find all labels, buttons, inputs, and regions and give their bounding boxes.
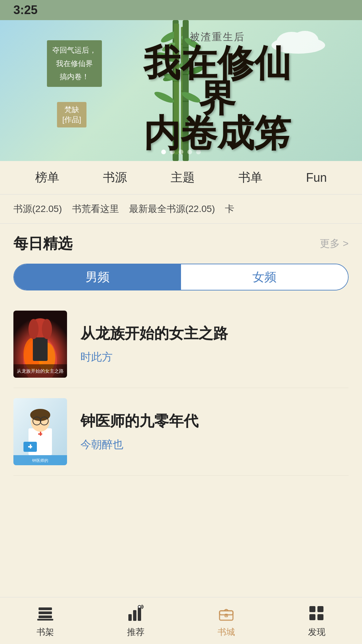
filter-tag-3[interactable]: 卡 — [225, 203, 234, 215]
nav-store-label: 书城 — [218, 626, 235, 638]
grid-icon — [307, 603, 327, 624]
book-info-1: 钟医师的九零年代 今朝醉也 — [80, 411, 349, 452]
svg-rect-58 — [39, 607, 52, 610]
nav-recommend[interactable]: 推荐 — [126, 603, 146, 638]
book-cover-1: 钟医师的 — [13, 398, 67, 465]
book-author-1: 今朝醉也 — [80, 437, 349, 452]
svg-rect-55 — [30, 444, 31, 448]
status-bar: 3:25 — [0, 0, 362, 20]
svg-rect-62 — [128, 614, 132, 621]
book-list: 从龙族开始的女主之路 从龙族开始的女主之路 时此方 — [0, 301, 362, 476]
banner[interactable]: 夺回气运后， 我在修仙界 搞内卷！ 被渣重生后 我在修仙界 内卷成笫一 梵缺 [… — [0, 20, 362, 161]
filter-tags: 书源(22.05) 书荒看这里 最新最全书源(22.05) 卡 — [0, 195, 362, 224]
svg-rect-59 — [39, 611, 52, 614]
svg-rect-72 — [317, 606, 323, 612]
book-item-1[interactable]: 钟医师的 钟医师的九零年代 今朝醉也 — [13, 388, 349, 476]
svg-rect-64 — [138, 607, 141, 621]
svg-point-40 — [28, 319, 39, 339]
svg-rect-73 — [309, 614, 315, 620]
nav-store[interactable]: 书城 — [216, 603, 236, 638]
book-author-0: 时此方 — [80, 350, 349, 365]
filter-tag-0[interactable]: 书源(22.05) — [13, 203, 62, 215]
tab-fun[interactable]: Fun — [299, 167, 334, 188]
bottom-nav: 书架 推荐 — [0, 597, 362, 644]
nav-bookshelf-label: 书架 — [37, 626, 54, 638]
status-time: 3:25 — [13, 3, 38, 17]
svg-rect-74 — [317, 614, 323, 620]
banner-subtitle: 被渣重生后 — [127, 30, 308, 44]
store-icon — [216, 603, 236, 624]
nav-discover[interactable]: 发现 — [307, 603, 327, 638]
tab-zhuti[interactable]: 主题 — [164, 166, 201, 189]
svg-rect-71 — [309, 606, 315, 612]
tab-bangdan[interactable]: 榜单 — [28, 166, 66, 189]
book-item-0[interactable]: 从龙族开始的女主之路 从龙族开始的女主之路 时此方 — [13, 301, 349, 388]
svg-text:钟医师的: 钟医师的 — [32, 458, 48, 463]
svg-rect-63 — [133, 610, 136, 621]
section-more[interactable]: 更多 > — [320, 237, 349, 251]
svg-rect-60 — [39, 615, 52, 618]
book-title-0: 从龙族开始的女主之路 — [80, 324, 349, 343]
nav-bookshelf[interactable]: 书架 — [35, 603, 55, 638]
book-cover-0: 从龙族开始的女主之路 — [13, 311, 67, 378]
banner-small-label: 夺回气运后， 我在修仙界 搞内卷！ — [47, 40, 102, 87]
svg-point-41 — [42, 319, 52, 339]
svg-text:从龙族开始的女主之路: 从龙族开始的女主之路 — [17, 369, 64, 374]
gender-female-btn[interactable]: 女频 — [181, 264, 348, 290]
nav-discover-label: 发现 — [308, 626, 325, 638]
svg-point-66 — [138, 606, 140, 608]
chart-icon — [126, 603, 146, 624]
book-info-0: 从龙族开始的女主之路 时此方 — [80, 324, 349, 364]
book-title-1: 钟医师的九零年代 — [80, 411, 349, 430]
banner-author: 梵缺 [作品] — [57, 102, 86, 127]
gender-male-btn[interactable]: 男频 — [14, 264, 181, 290]
tab-shudan[interactable]: 书单 — [232, 166, 269, 189]
section-title: 每日精选 — [13, 234, 72, 254]
svg-rect-61 — [37, 619, 53, 621]
svg-point-70 — [226, 615, 227, 616]
filter-tag-2[interactable]: 最新最全书源(22.05) — [129, 203, 215, 215]
nav-recommend-label: 推荐 — [127, 626, 144, 638]
filter-tag-1[interactable]: 书荒看这里 — [72, 203, 119, 215]
bookshelf-icon — [35, 603, 55, 624]
tab-shuyuan[interactable]: 书源 — [96, 166, 134, 189]
svg-rect-38 — [33, 337, 48, 361]
section-header: 每日精选 更多 > — [0, 224, 362, 260]
banner-main-title: 我在修仙界 内卷成笫一 — [127, 46, 308, 161]
svg-rect-52 — [40, 432, 41, 436]
nav-tabs: 榜单 书源 主题 书单 Fun — [0, 161, 362, 195]
banner-content: 夺回气运后， 我在修仙界 搞内卷！ 被渣重生后 我在修仙界 内卷成笫一 梵缺 [… — [0, 20, 362, 161]
gender-toggle: 男频 女频 — [13, 264, 349, 290]
